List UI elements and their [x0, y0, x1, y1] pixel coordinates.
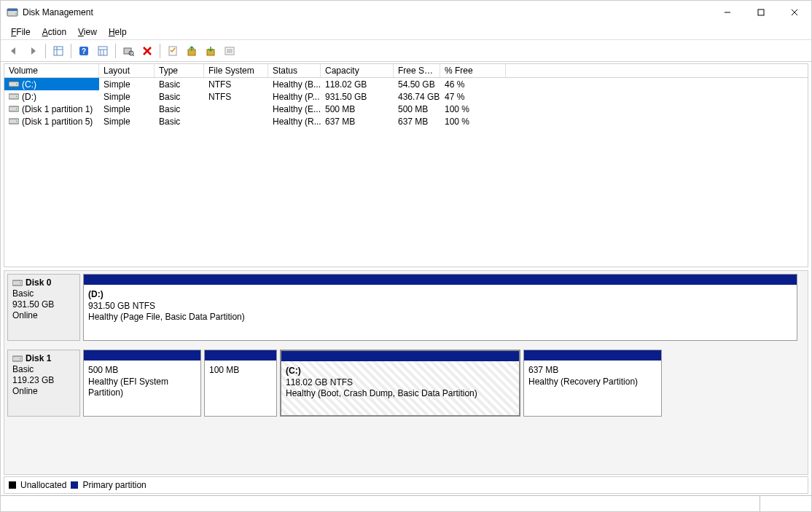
disk-partitions: 500 MBHealthy (EFI System Partition)100 …	[83, 350, 805, 417]
svg-rect-4	[758, 9, 764, 15]
partition-block[interactable]: (C:)118.02 GB NTFSHealthy (Boot, Crash D…	[280, 350, 520, 417]
partition-block[interactable]: 500 MBHealthy (EFI System Partition)	[83, 350, 201, 417]
volume-pct-cell: 100 %	[440, 103, 506, 115]
partition-line2: 500 MB	[88, 365, 196, 377]
show-hide-console-tree-button[interactable]	[50, 42, 67, 60]
disk-type: Basic	[12, 364, 75, 374]
menu-action[interactable]: Action	[36, 25, 72, 39]
minimize-button[interactable]	[711, 1, 744, 24]
partition-body: (C:)118.02 GB NTFSHealthy (Boot, Crash D…	[281, 361, 519, 415]
action-button-1[interactable]	[183, 42, 200, 60]
svg-point-39	[20, 358, 21, 360]
close-button[interactable]	[778, 1, 811, 24]
maximize-button[interactable]	[744, 1, 778, 24]
col-capacity[interactable]: Capacity	[321, 64, 394, 77]
window-title: Disk Management	[23, 7, 93, 17]
delete-button[interactable]	[138, 42, 156, 60]
col-filesystem[interactable]: File System	[204, 64, 268, 77]
status-cell-1	[1, 496, 760, 511]
volume-free-cell: 54.50 GB	[394, 78, 440, 90]
partition-header-bar	[205, 350, 276, 361]
volume-list-body[interactable]: (C:)SimpleBasicNTFSHealthy (B...118.02 G…	[4, 78, 808, 267]
partition-header-bar	[84, 275, 797, 285]
partition-block[interactable]: (D:)931.50 GB NTFSHealthy (Page File, Ba…	[83, 274, 797, 341]
partition-line3: Healthy (EFI System Partition)	[88, 377, 196, 399]
help-button[interactable]: ?	[75, 42, 93, 60]
back-button[interactable]	[5, 42, 23, 60]
partition-block[interactable]: 637 MBHealthy (Recovery Partition)	[523, 350, 662, 417]
toolbar: ?	[1, 40, 811, 62]
volume-row[interactable]: (D:)SimpleBasicNTFSHealthy (P...931.50 G…	[4, 90, 808, 103]
volume-name-cell: (D:)	[4, 90, 99, 103]
menu-view[interactable]: View	[72, 25, 103, 39]
partition-line3: Healthy (Recovery Partition)	[528, 377, 657, 388]
partition-title: (D:)	[88, 289, 792, 301]
partition-header-bar	[84, 350, 200, 361]
svg-point-33	[16, 109, 17, 110]
list-button[interactable]	[221, 42, 238, 60]
settings-button[interactable]	[94, 42, 112, 60]
disk-type: Basic	[12, 288, 75, 299]
partition-header-bar	[524, 350, 661, 361]
window-controls	[711, 1, 811, 24]
partition-header-bar	[281, 351, 519, 361]
toolbar-separator	[115, 44, 116, 58]
volume-layout-cell: Simple	[99, 78, 155, 90]
partition-line2: 637 MB	[528, 365, 657, 377]
partition-line2: 118.02 GB NTFS	[286, 377, 515, 389]
volume-capacity-cell: 500 MB	[321, 103, 394, 115]
menu-help[interactable]: Help	[103, 25, 133, 39]
disk-row: Disk 0Basic931.50 GBOnline(D:)931.50 GB …	[7, 274, 805, 341]
disk-graphical-panel[interactable]: Disk 0Basic931.50 GBOnline(D:)931.50 GB …	[4, 270, 808, 475]
legend: Unallocated Primary partition	[4, 476, 808, 494]
action-button-2[interactable]	[202, 42, 219, 60]
col-freespace[interactable]: Free Spa...	[394, 64, 440, 77]
volume-name-cell: (Disk 1 partition 5)	[4, 115, 99, 127]
disk-size: 119.23 GB	[12, 375, 75, 385]
partition-title: (C:)	[286, 366, 515, 377]
col-volume[interactable]: Volume	[4, 64, 99, 77]
col-pctfree[interactable]: % Free	[440, 64, 506, 77]
svg-point-29	[16, 84, 17, 85]
properties-button[interactable]	[164, 42, 181, 60]
legend-swatch-primary	[71, 481, 78, 489]
menu-file[interactable]: FFile	[5, 25, 36, 39]
volume-name-cell: (C:)	[4, 78, 99, 90]
svg-point-2	[15, 13, 17, 15]
volume-type-cell: Basic	[155, 78, 204, 90]
volume-layout-cell: Simple	[99, 115, 155, 127]
partition-body: (D:)931.50 GB NTFSHealthy (Page File, Ba…	[84, 285, 797, 340]
volume-pct-cell: 100 %	[440, 115, 506, 127]
volume-row[interactable]: (Disk 1 partition 5)SimpleBasicHealthy (…	[4, 115, 808, 127]
legend-primary-label: Primary partition	[82, 480, 146, 490]
col-status[interactable]: Status	[268, 64, 321, 77]
disk-state: Online	[12, 310, 75, 320]
svg-line-18	[133, 55, 134, 56]
volume-capacity-cell: 931.50 GB	[321, 90, 394, 103]
status-bar	[1, 495, 811, 511]
volume-list: Volume Layout Type File System Status Ca…	[4, 63, 808, 267]
partition-line3: Healthy (Boot, Crash Dump, Basic Data Pa…	[286, 388, 515, 400]
volume-list-header: Volume Layout Type File System Status Ca…	[4, 64, 808, 78]
disk-row: Disk 1Basic119.23 GBOnline500 MBHealthy …	[7, 350, 805, 417]
volume-layout-cell: Simple	[99, 90, 155, 103]
disk-label[interactable]: Disk 1Basic119.23 GBOnline	[7, 350, 80, 417]
partition-line2: 931.50 GB NTFS	[88, 301, 792, 312]
volume-type-cell: Basic	[155, 115, 204, 127]
volume-type-cell: Basic	[155, 103, 204, 115]
refresh-button[interactable]	[120, 42, 137, 60]
menu-bar: FFile Action View Help	[1, 24, 811, 40]
volume-row[interactable]: (Disk 1 partition 1)SimpleBasicHealthy (…	[4, 103, 808, 115]
volume-status-cell: Healthy (R...	[268, 115, 321, 127]
forward-button[interactable]	[24, 42, 42, 60]
volume-row[interactable]: (C:)SimpleBasicNTFSHealthy (B...118.02 G…	[4, 78, 808, 90]
col-layout[interactable]: Layout	[99, 64, 155, 77]
partition-block[interactable]: 100 MB	[204, 350, 277, 417]
disk-partitions: (D:)931.50 GB NTFSHealthy (Page File, Ba…	[83, 274, 805, 341]
toolbar-separator	[45, 44, 46, 58]
disk-label[interactable]: Disk 0Basic931.50 GBOnline	[7, 274, 80, 341]
volume-status-cell: Healthy (E...	[268, 103, 321, 115]
col-type[interactable]: Type	[155, 64, 204, 77]
volume-capacity-cell: 118.02 GB	[321, 78, 394, 90]
volume-free-cell: 436.74 GB	[394, 90, 440, 103]
